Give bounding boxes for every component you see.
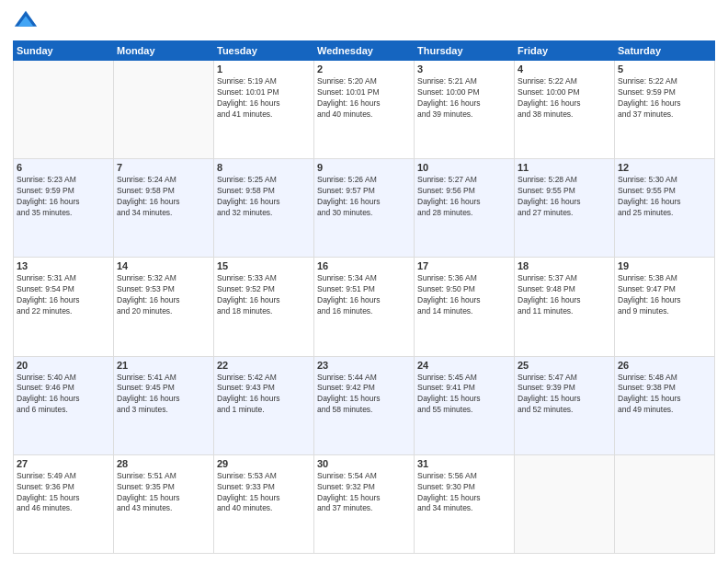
calendar-cell: 3Sunrise: 5:21 AM Sunset: 10:00 PM Dayli… <box>415 61 515 159</box>
day-info: Sunrise: 5:21 AM Sunset: 10:00 PM Daylig… <box>417 76 511 121</box>
day-number: 28 <box>117 458 210 469</box>
day-info: Sunrise: 5:27 AM Sunset: 9:56 PM Dayligh… <box>417 175 511 219</box>
day-info: Sunrise: 5:44 AM Sunset: 9:42 PM Dayligh… <box>317 373 411 417</box>
day-number: 26 <box>618 360 711 371</box>
calendar-cell: 29Sunrise: 5:53 AM Sunset: 9:33 PM Dayli… <box>214 454 314 553</box>
day-info: Sunrise: 5:20 AM Sunset: 10:01 PM Daylig… <box>317 76 411 121</box>
calendar-weekday-wednesday: Wednesday <box>314 41 415 61</box>
day-info: Sunrise: 5:30 AM Sunset: 9:55 PM Dayligh… <box>618 175 711 219</box>
calendar-cell <box>615 454 715 553</box>
calendar-table: SundayMondayTuesdayWednesdayThursdayFrid… <box>13 40 715 554</box>
day-number: 9 <box>317 162 411 173</box>
day-info: Sunrise: 5:23 AM Sunset: 9:59 PM Dayligh… <box>17 175 110 219</box>
calendar-weekday-friday: Friday <box>515 41 615 61</box>
day-info: Sunrise: 5:53 AM Sunset: 9:33 PM Dayligh… <box>217 471 311 515</box>
day-info: Sunrise: 5:19 AM Sunset: 10:01 PM Daylig… <box>217 76 311 121</box>
logo-icon <box>13 9 39 35</box>
calendar-cell: 26Sunrise: 5:48 AM Sunset: 9:38 PM Dayli… <box>615 356 715 454</box>
day-number: 5 <box>618 63 711 75</box>
day-number: 4 <box>518 63 611 75</box>
day-info: Sunrise: 5:45 AM Sunset: 9:41 PM Dayligh… <box>417 373 511 417</box>
day-info: Sunrise: 5:56 AM Sunset: 9:30 PM Dayligh… <box>417 471 511 515</box>
calendar-cell: 19Sunrise: 5:38 AM Sunset: 9:47 PM Dayli… <box>615 258 715 356</box>
calendar-cell: 18Sunrise: 5:37 AM Sunset: 9:48 PM Dayli… <box>515 258 615 356</box>
day-number: 6 <box>17 162 110 173</box>
day-number: 19 <box>618 260 711 271</box>
calendar-cell: 2Sunrise: 5:20 AM Sunset: 10:01 PM Dayli… <box>314 61 415 159</box>
calendar-cell: 12Sunrise: 5:30 AM Sunset: 9:55 PM Dayli… <box>615 159 715 258</box>
calendar-cell: 11Sunrise: 5:28 AM Sunset: 9:55 PM Dayli… <box>515 159 615 258</box>
calendar-cell: 10Sunrise: 5:27 AM Sunset: 9:56 PM Dayli… <box>415 159 515 258</box>
day-number: 22 <box>217 360 311 371</box>
day-info: Sunrise: 5:32 AM Sunset: 9:53 PM Dayligh… <box>117 273 210 317</box>
calendar-cell <box>114 61 214 159</box>
calendar-weekday-sunday: Sunday <box>14 41 114 61</box>
calendar-cell: 13Sunrise: 5:31 AM Sunset: 9:54 PM Dayli… <box>14 258 114 356</box>
day-number: 12 <box>618 162 711 173</box>
day-info: Sunrise: 5:41 AM Sunset: 9:45 PM Dayligh… <box>117 373 210 417</box>
day-number: 13 <box>17 260 110 271</box>
calendar-week-5: 27Sunrise: 5:49 AM Sunset: 9:36 PM Dayli… <box>14 454 715 553</box>
calendar-cell: 9Sunrise: 5:26 AM Sunset: 9:57 PM Daylig… <box>314 159 415 258</box>
calendar-cell: 24Sunrise: 5:45 AM Sunset: 9:41 PM Dayli… <box>415 356 515 454</box>
calendar-cell: 17Sunrise: 5:36 AM Sunset: 9:50 PM Dayli… <box>415 258 515 356</box>
calendar-cell <box>14 61 114 159</box>
day-number: 27 <box>17 458 110 469</box>
calendar-cell: 15Sunrise: 5:33 AM Sunset: 9:52 PM Dayli… <box>214 258 314 356</box>
calendar-week-3: 13Sunrise: 5:31 AM Sunset: 9:54 PM Dayli… <box>14 258 715 356</box>
day-number: 2 <box>317 63 411 75</box>
calendar-cell: 30Sunrise: 5:54 AM Sunset: 9:32 PM Dayli… <box>314 454 415 553</box>
day-info: Sunrise: 5:38 AM Sunset: 9:47 PM Dayligh… <box>618 273 711 317</box>
calendar-cell: 21Sunrise: 5:41 AM Sunset: 9:45 PM Dayli… <box>114 356 214 454</box>
day-info: Sunrise: 5:37 AM Sunset: 9:48 PM Dayligh… <box>518 273 611 317</box>
calendar-weekday-thursday: Thursday <box>415 41 515 61</box>
calendar-cell: 1Sunrise: 5:19 AM Sunset: 10:01 PM Dayli… <box>214 61 314 159</box>
day-number: 25 <box>518 360 611 371</box>
day-info: Sunrise: 5:51 AM Sunset: 9:35 PM Dayligh… <box>117 471 210 515</box>
calendar-cell: 25Sunrise: 5:47 AM Sunset: 9:39 PM Dayli… <box>515 356 615 454</box>
day-number: 11 <box>518 162 611 173</box>
day-number: 29 <box>217 458 311 469</box>
calendar-week-2: 6Sunrise: 5:23 AM Sunset: 9:59 PM Daylig… <box>14 159 715 258</box>
day-info: Sunrise: 5:48 AM Sunset: 9:38 PM Dayligh… <box>618 373 711 417</box>
calendar-cell: 4Sunrise: 5:22 AM Sunset: 10:00 PM Dayli… <box>515 61 615 159</box>
calendar-cell: 31Sunrise: 5:56 AM Sunset: 9:30 PM Dayli… <box>415 454 515 553</box>
day-number: 24 <box>417 360 511 371</box>
calendar-cell: 23Sunrise: 5:44 AM Sunset: 9:42 PM Dayli… <box>314 356 415 454</box>
calendar-cell: 20Sunrise: 5:40 AM Sunset: 9:46 PM Dayli… <box>14 356 114 454</box>
day-number: 16 <box>317 260 411 271</box>
day-number: 18 <box>518 260 611 271</box>
calendar-weekday-saturday: Saturday <box>615 41 715 61</box>
calendar-cell: 14Sunrise: 5:32 AM Sunset: 9:53 PM Dayli… <box>114 258 214 356</box>
day-info: Sunrise: 5:40 AM Sunset: 9:46 PM Dayligh… <box>17 373 110 417</box>
day-info: Sunrise: 5:31 AM Sunset: 9:54 PM Dayligh… <box>17 273 110 317</box>
day-number: 1 <box>217 63 311 75</box>
day-number: 7 <box>117 162 210 173</box>
calendar-weekday-monday: Monday <box>114 41 214 61</box>
day-number: 21 <box>117 360 210 371</box>
day-info: Sunrise: 5:33 AM Sunset: 9:52 PM Dayligh… <box>217 273 311 317</box>
logo <box>13 9 42 35</box>
calendar-week-4: 20Sunrise: 5:40 AM Sunset: 9:46 PM Dayli… <box>14 356 715 454</box>
calendar-cell: 16Sunrise: 5:34 AM Sunset: 9:51 PM Dayli… <box>314 258 415 356</box>
day-number: 31 <box>417 458 511 469</box>
calendar-cell: 22Sunrise: 5:42 AM Sunset: 9:43 PM Dayli… <box>214 356 314 454</box>
day-info: Sunrise: 5:24 AM Sunset: 9:58 PM Dayligh… <box>117 175 210 219</box>
day-info: Sunrise: 5:54 AM Sunset: 9:32 PM Dayligh… <box>317 471 411 515</box>
calendar-weekday-tuesday: Tuesday <box>214 41 314 61</box>
calendar-week-1: 1Sunrise: 5:19 AM Sunset: 10:01 PM Dayli… <box>14 61 715 159</box>
calendar-cell: 6Sunrise: 5:23 AM Sunset: 9:59 PM Daylig… <box>14 159 114 258</box>
day-info: Sunrise: 5:42 AM Sunset: 9:43 PM Dayligh… <box>217 373 311 417</box>
day-info: Sunrise: 5:36 AM Sunset: 9:50 PM Dayligh… <box>417 273 511 317</box>
calendar-cell: 8Sunrise: 5:25 AM Sunset: 9:58 PM Daylig… <box>214 159 314 258</box>
calendar-header-row: SundayMondayTuesdayWednesdayThursdayFrid… <box>14 41 715 61</box>
calendar-cell: 27Sunrise: 5:49 AM Sunset: 9:36 PM Dayli… <box>14 454 114 553</box>
day-info: Sunrise: 5:22 AM Sunset: 9:59 PM Dayligh… <box>618 76 711 121</box>
day-number: 14 <box>117 260 210 271</box>
day-number: 3 <box>417 63 511 75</box>
day-info: Sunrise: 5:28 AM Sunset: 9:55 PM Dayligh… <box>518 175 611 219</box>
day-info: Sunrise: 5:25 AM Sunset: 9:58 PM Dayligh… <box>217 175 311 219</box>
calendar-cell <box>515 454 615 553</box>
calendar-cell: 7Sunrise: 5:24 AM Sunset: 9:58 PM Daylig… <box>114 159 214 258</box>
day-info: Sunrise: 5:47 AM Sunset: 9:39 PM Dayligh… <box>518 373 611 417</box>
